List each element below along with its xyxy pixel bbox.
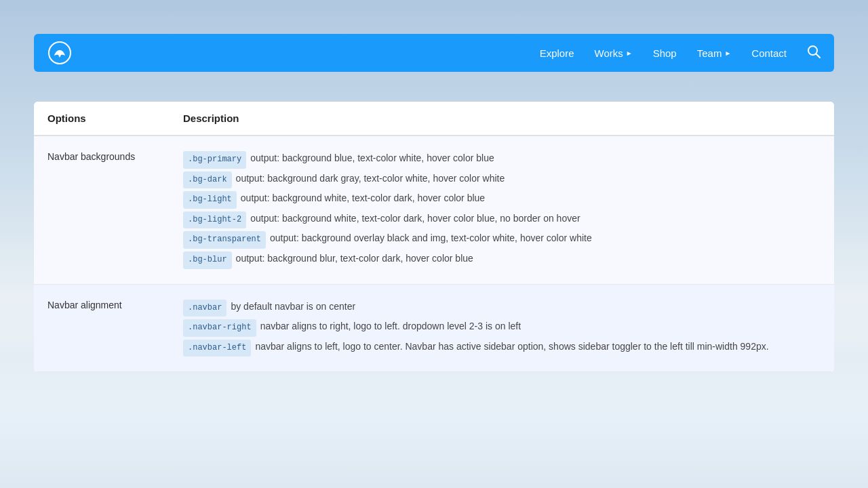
list-item: .navbar-left navbar aligns to left, logo… — [183, 338, 821, 357]
team-chevron-icon: ► — [724, 49, 731, 57]
table-row: Navbar backgrounds .bg-primary output: b… — [34, 136, 834, 285]
list-item: .bg-light output: background white, text… — [183, 190, 821, 209]
navbar-nav: Explore Works ► Shop Team ► Contact — [540, 47, 787, 59]
list-item: .bg-blur output: background blur, text-c… — [183, 250, 821, 269]
nav-link-team[interactable]: Team ► — [697, 47, 732, 59]
row-label-backgrounds: Navbar backgrounds — [47, 150, 183, 270]
desc-bg-primary: output: background blue, text-color whit… — [250, 150, 494, 167]
list-item: .bg-primary output: background blue, tex… — [183, 150, 821, 169]
desc-bg-light-2: output: background white, text-color dar… — [250, 210, 580, 227]
nav-link-contact[interactable]: Contact — [751, 47, 787, 59]
badge-bg-light: .bg-light — [183, 191, 237, 209]
navbar-logo[interactable] — [47, 41, 72, 65]
row-content-backgrounds: .bg-primary output: background blue, tex… — [183, 150, 821, 270]
desc-bg-blur: output: background blur, text-color dark… — [236, 250, 473, 267]
badge-bg-primary: .bg-primary — [183, 151, 246, 169]
list-item: .navbar-right navbar aligns to right, lo… — [183, 318, 821, 337]
nav-link-explore[interactable]: Explore — [540, 47, 574, 59]
nav-label-shop: Shop — [653, 47, 677, 59]
list-item: .bg-dark output: background dark gray, t… — [183, 170, 821, 189]
list-item: .bg-transparent output: background overl… — [183, 230, 821, 249]
badge-navbar-right: .navbar-right — [183, 319, 256, 337]
badge-navbar: .navbar — [183, 300, 226, 317]
search-button[interactable] — [807, 45, 821, 62]
nav-item-explore[interactable]: Explore — [540, 47, 574, 59]
nav-item-shop[interactable]: Shop — [653, 47, 677, 59]
svg-line-2 — [816, 54, 821, 58]
header-description: Description — [183, 113, 821, 124]
nav-label-works: Works — [595, 47, 623, 59]
list-item: .bg-light-2 output: background white, te… — [183, 210, 821, 229]
header-options: Options — [47, 113, 183, 124]
table-header: Options Description — [34, 102, 834, 136]
badge-bg-transparent: .bg-transparent — [183, 231, 266, 249]
desc-navbar: by default navbar is on center — [231, 298, 355, 315]
badge-navbar-left: .navbar-left — [183, 340, 251, 357]
badge-bg-blur: .bg-blur — [183, 251, 232, 269]
nav-link-shop[interactable]: Shop — [653, 47, 677, 59]
desc-bg-light: output: background white, text-color dar… — [241, 190, 485, 207]
nav-link-works[interactable]: Works ► — [595, 47, 633, 59]
nav-label-team: Team — [697, 47, 722, 59]
content-table: Options Description Navbar backgrounds .… — [34, 102, 834, 372]
nav-item-team[interactable]: Team ► — [697, 47, 732, 59]
logo-icon — [47, 41, 72, 65]
nav-item-works[interactable]: Works ► — [595, 47, 633, 59]
row-label-alignment: Navbar alignment — [47, 298, 183, 359]
list-item: .navbar by default navbar is on center — [183, 298, 821, 317]
navbar: Explore Works ► Shop Team ► Contact — [34, 34, 834, 72]
badge-bg-light-2: .bg-light-2 — [183, 211, 246, 229]
desc-bg-dark: output: background dark gray, text-color… — [236, 170, 505, 187]
desc-bg-transparent: output: background overlay black and img… — [270, 230, 592, 247]
nav-item-contact[interactable]: Contact — [751, 47, 787, 59]
nav-label-contact: Contact — [751, 47, 787, 59]
table-row: Navbar alignment .navbar by default navb… — [34, 285, 834, 373]
nav-label-explore: Explore — [540, 47, 574, 59]
search-icon — [807, 45, 821, 58]
desc-navbar-right: navbar aligns to right, logo to left. dr… — [260, 318, 521, 335]
works-chevron-icon: ► — [626, 49, 633, 57]
desc-navbar-left: navbar aligns to left, logo to center. N… — [255, 338, 768, 355]
row-content-alignment: .navbar by default navbar is on center .… — [183, 298, 821, 359]
badge-bg-dark: .bg-dark — [183, 171, 232, 189]
